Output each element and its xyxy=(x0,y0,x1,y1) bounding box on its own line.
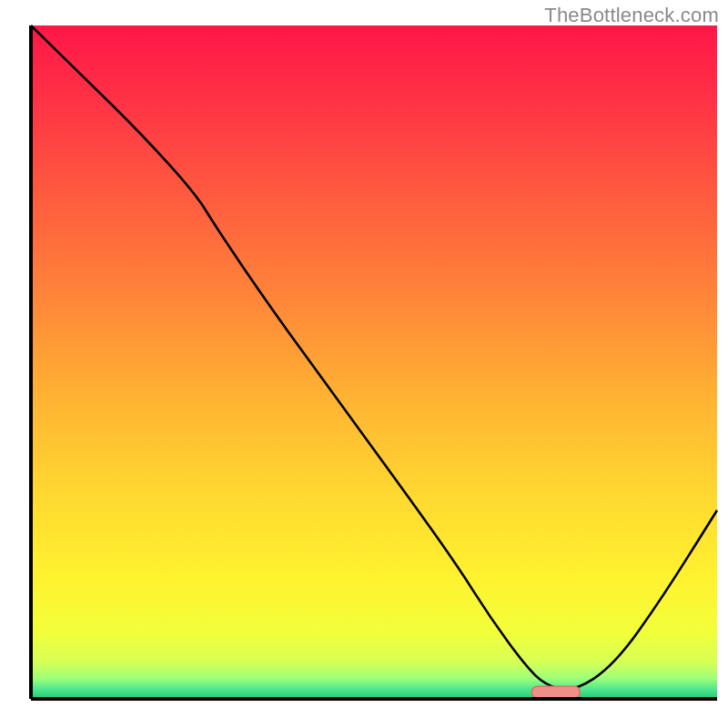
chart-container: TheBottleneck.com xyxy=(0,0,728,728)
optimum-marker xyxy=(531,686,580,698)
bottleneck-chart xyxy=(0,0,728,728)
